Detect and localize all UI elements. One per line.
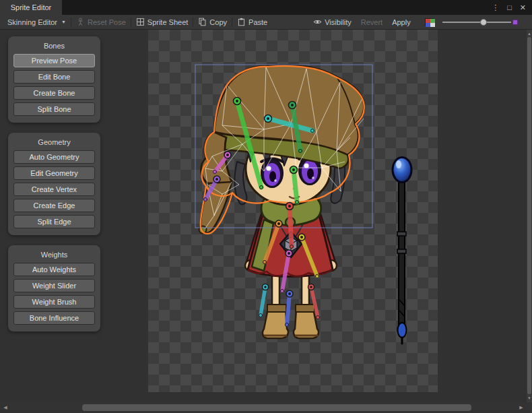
visibility-label: Visibility [325,18,352,26]
create-edge-button[interactable]: Create Edge [13,199,95,212]
create-bone-button[interactable]: Create Bone [13,86,95,100]
titlebar: Sprite Editor ⋮ □ ✕ [0,0,532,15]
chevron-down-icon: ▼ [61,20,66,24]
reset-pose-label: Reset Pose [88,18,126,26]
window-controls: ⋮ □ ✕ [492,0,532,15]
toolbar: Skinning Editor ▼ Reset Pose Sprite Shee… [0,15,532,30]
tool-panels: Bones Preview Pose Edit Bone Create Bone… [8,36,100,331]
scroll-down-icon[interactable]: ▼ [527,395,532,402]
horizontal-scrollbar[interactable]: ◀ ▶ [0,402,532,413]
apply-label: Apply [392,18,411,26]
paste-button[interactable]: Paste [232,15,272,30]
staff-gem [398,323,407,338]
vertical-scrollbar-thumb[interactable] [527,37,531,394]
mode-dropdown[interactable]: Skinning Editor ▼ [3,15,71,30]
maximize-icon[interactable]: □ [507,0,512,15]
weight-slider-button[interactable]: Weight Slider [13,279,95,292]
bone [286,290,294,327]
staff-sprite [393,158,411,344]
auto-weights-button[interactable]: Auto Weights [13,263,95,276]
staff-orb [393,158,411,183]
reset-pose-button[interactable]: Reset Pose [71,15,131,30]
channel-alpha [430,23,435,27]
color-channels-icon[interactable] [425,18,434,26]
character-sprite [199,65,364,338]
sprite-sheet-button[interactable]: Sprite Sheet [131,15,193,30]
window-tab[interactable]: Sprite Editor [0,0,62,15]
auto-geometry-button[interactable]: Auto Geometry [13,150,95,164]
weights-panel: Weights Auto Weights Weight Slider Weigh… [8,245,100,331]
zoom-slider[interactable] [442,15,518,30]
zoom-slider-marker [512,20,518,25]
scroll-up-icon[interactable]: ▲ [527,30,532,37]
split-edge-button[interactable]: Split Edge [13,215,95,228]
channel-blue [426,23,430,27]
scroll-right-icon[interactable]: ▶ [517,402,525,413]
sprite-sheet-icon [136,18,145,26]
close-icon[interactable]: ✕ [520,0,526,15]
zoom-slider-knob[interactable] [480,19,487,26]
split-bone-button[interactable]: Split Bone [13,102,95,116]
copy-button[interactable]: Copy [193,15,232,30]
geometry-panel: Geometry Auto Geometry Edit Geometry Cre… [8,133,100,235]
bone-influence-button[interactable]: Bone Influence [13,311,95,325]
reset-pose-icon [76,18,85,26]
copy-icon [198,18,207,26]
zoom-slider-track[interactable] [442,22,511,23]
scroll-left-icon[interactable]: ◀ [1,402,9,413]
revert-label: Revert [361,18,383,26]
geometry-panel-title: Geometry [13,136,95,150]
apply-button[interactable]: Apply [387,15,415,30]
horizontal-scrollbar-thumb[interactable] [82,404,471,411]
vertical-scrollbar[interactable]: ▲ ▼ [527,30,532,402]
paste-icon [237,18,246,26]
visibility-icon [313,18,322,26]
weights-panel-title: Weights [13,249,95,263]
bones-panel: Bones Preview Pose Edit Bone Create Bone… [8,36,100,123]
edit-geometry-button[interactable]: Edit Geometry [13,166,95,180]
bones-panel-title: Bones [13,40,95,54]
preview-pose-button[interactable]: Preview Pose [13,54,95,67]
sprite-sheet-label: Sprite Sheet [147,18,189,26]
paste-label: Paste [248,18,267,26]
weight-brush-button[interactable]: Weight Brush [13,295,95,309]
edit-bone-button[interactable]: Edit Bone [13,70,95,84]
menu-icon[interactable]: ⋮ [492,0,499,15]
copy-label: Copy [209,18,227,26]
visibility-button[interactable]: Visibility [308,15,356,30]
sprite-editor-window: Sprite Editor ⋮ □ ✕ Skinning Editor ▼ Re… [0,0,532,413]
create-vertex-button[interactable]: Create Vertex [13,183,95,196]
mode-dropdown-label: Skinning Editor [7,18,57,26]
window-tab-label: Sprite Editor [11,3,52,11]
revert-button[interactable]: Revert [356,15,387,30]
sprite-canvas[interactable]: Bones Preview Pose Edit Bone Create Bone… [0,30,527,402]
